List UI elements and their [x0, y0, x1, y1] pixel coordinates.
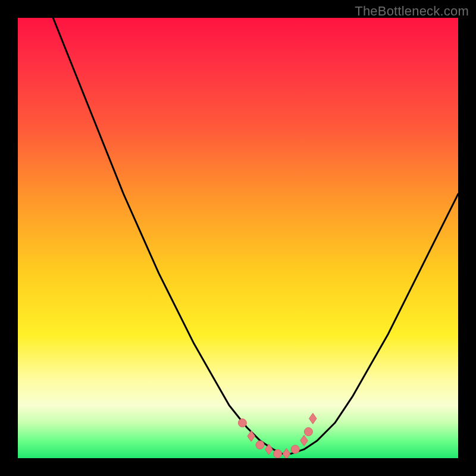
watermark-text: TheBottleneck.com: [355, 4, 469, 19]
chart-frame: TheBottleneck.com: [0, 0, 476, 476]
plot-area: [18, 18, 458, 458]
bottleneck-curve-svg: [18, 18, 458, 458]
curve-marker: [309, 413, 317, 424]
curve-marker: [256, 441, 264, 449]
bottleneck-curve: [53, 18, 458, 454]
curve-marker: [291, 445, 299, 453]
curve-marker: [238, 419, 246, 427]
curve-marker: [274, 450, 282, 458]
curve-marker: [304, 428, 312, 436]
curve-marker: [283, 449, 290, 458]
curve-marker: [300, 435, 308, 446]
curve-marker: [248, 431, 255, 441]
curve-marker: [265, 444, 273, 455]
